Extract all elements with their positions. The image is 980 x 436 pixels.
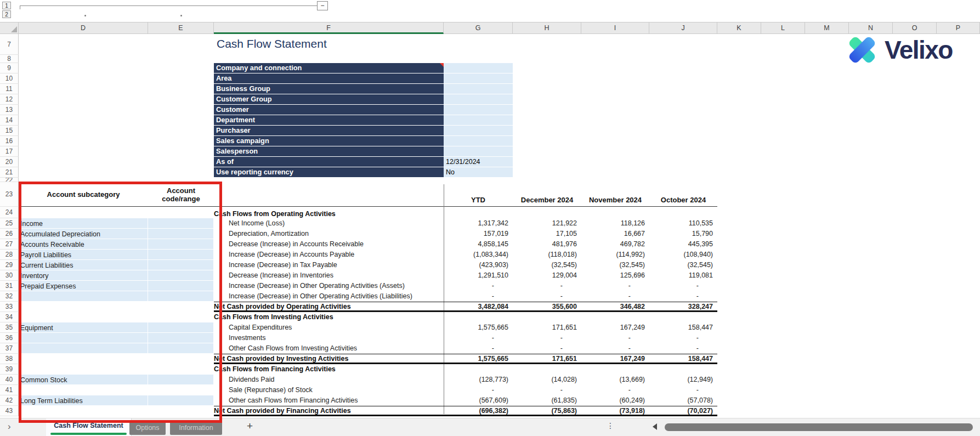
account-code-cell[interactable] [148, 239, 214, 250]
scrollbar-drag-handle-icon[interactable]: ⋮ [607, 421, 614, 430]
value-cell-december[interactable]: 17,105 [513, 229, 581, 239]
value-cell-october[interactable]: 158,447 [649, 322, 717, 333]
reporting-currency-value-cell[interactable]: No [444, 167, 513, 178]
column-header-november-2024[interactable]: November 2024 [581, 182, 649, 207]
as-of-value-cell[interactable]: 12/31/2024 [444, 157, 513, 167]
row-header[interactable]: 12 [0, 94, 19, 105]
account-subcategory-cell[interactable]: Income [19, 218, 148, 229]
account-subcategory-header[interactable]: Account subcategory [19, 182, 148, 207]
value-cell-december[interactable]: - [513, 281, 581, 291]
value-cell-december[interactable]: (32,545) [513, 260, 581, 270]
tab-options[interactable]: Options [129, 421, 166, 435]
account-code-cell[interactable] [148, 218, 214, 229]
value-cell-december[interactable]: 129,004 [513, 270, 581, 281]
statement-label-cell[interactable]: Net Cash provided by Financing Activitie… [214, 406, 444, 416]
row-header[interactable]: 11 [0, 84, 19, 94]
value-cell-november[interactable]: - [581, 291, 649, 302]
value-cell-october[interactable]: 158,447 [649, 354, 717, 364]
value-cell-ytd[interactable]: 1,291,510 [444, 270, 513, 281]
account-subcategory-cell[interactable] [19, 312, 148, 322]
value-cell-ytd[interactable]: - [444, 343, 513, 354]
value-cell-december[interactable]: - [513, 333, 581, 343]
outline-collapse-button[interactable]: − [317, 1, 328, 10]
as-of-label-cell[interactable]: As of [214, 157, 444, 167]
value-cell-november[interactable]: - [581, 385, 649, 395]
value-cell-november[interactable]: (114,992) [581, 250, 649, 260]
column-header[interactable]: H [513, 22, 581, 34]
filter-label-cell[interactable]: Customer [214, 105, 444, 115]
column-header-december-2024[interactable]: December 2024 [513, 182, 581, 207]
tab-information[interactable]: Information [170, 421, 222, 435]
value-cell-november[interactable]: (60,249) [581, 395, 649, 406]
account-subcategory-cell[interactable] [19, 385, 148, 395]
account-code-cell[interactable] [148, 302, 214, 312]
filter-label-cell[interactable]: Department [214, 115, 444, 126]
account-code-cell[interactable] [148, 229, 214, 239]
account-code-cell[interactable] [148, 270, 214, 281]
value-cell-ytd[interactable]: - [444, 385, 513, 395]
value-cell-ytd[interactable] [444, 312, 513, 322]
account-code-cell[interactable] [148, 395, 214, 406]
statement-label-cell[interactable]: Increase (Decrease) in Other Operating A… [214, 281, 444, 291]
account-subcategory-cell[interactable] [19, 354, 148, 364]
column-header[interactable]: P [937, 22, 980, 34]
statement-label-cell[interactable]: Cash Flows from Investing Activities [214, 312, 444, 322]
value-cell-december[interactable]: - [513, 343, 581, 354]
value-cell-november[interactable]: (32,545) [581, 260, 649, 270]
filter-value-cell[interactable] [444, 105, 513, 115]
value-cell-october[interactable] [649, 364, 717, 375]
value-cell-october[interactable]: (70,027) [649, 406, 717, 416]
row-header[interactable]: 21 [0, 167, 19, 178]
value-cell-october[interactable]: 15,790 [649, 229, 717, 239]
account-subcategory-cell[interactable] [19, 207, 148, 218]
value-cell-november[interactable]: - [581, 343, 649, 354]
statement-label-cell[interactable]: Decrease (Increase) in Accounts Receivab… [214, 239, 444, 250]
value-cell-november[interactable]: (73,918) [581, 406, 649, 416]
value-cell-ytd[interactable]: 1,575,665 [444, 354, 513, 364]
statement-label-cell[interactable]: Investments [214, 333, 444, 343]
account-subcategory-cell[interactable] [19, 343, 148, 354]
filter-value-cell[interactable] [444, 126, 513, 136]
column-header[interactable]: I [581, 22, 649, 34]
statement-label-cell[interactable]: Depreciation, Amortization [214, 229, 444, 239]
value-cell-december[interactable]: 171,651 [513, 354, 581, 364]
horizontal-scrollbar-thumb[interactable] [665, 423, 973, 431]
tab-cash-flow-statement[interactable]: Cash Flow Statement [46, 418, 132, 436]
account-code-cell[interactable] [148, 406, 214, 416]
account-subcategory-cell[interactable]: Common Stock [19, 375, 148, 385]
value-cell-october[interactable]: - [649, 385, 717, 395]
value-cell-ytd[interactable]: - [444, 291, 513, 302]
value-cell-october[interactable]: 119,081 [649, 270, 717, 281]
statement-label-cell[interactable]: Capital Expenditures [214, 322, 444, 333]
row-header[interactable]: 7 [0, 34, 19, 55]
value-cell-november[interactable]: 167,249 [581, 322, 649, 333]
column-header[interactable]: M [805, 22, 849, 34]
column-header[interactable]: O [893, 22, 937, 34]
add-sheet-button[interactable]: + [247, 420, 253, 432]
value-cell-ytd[interactable]: (423,903) [444, 260, 513, 270]
account-subcategory-cell[interactable] [19, 302, 148, 312]
account-code-cell[interactable] [148, 354, 214, 364]
outline-level-2-button[interactable]: 2 [2, 10, 11, 18]
account-code-cell[interactable] [148, 333, 214, 343]
value-cell-october[interactable] [649, 312, 717, 322]
statement-label-cell[interactable]: Net Cash provided by Investing Activitie… [214, 354, 444, 364]
account-code-cell[interactable] [148, 291, 214, 302]
value-cell-ytd[interactable]: (128,773) [444, 375, 513, 385]
account-code-cell[interactable] [148, 207, 214, 218]
value-cell-ytd[interactable] [444, 207, 513, 218]
statement-label-cell[interactable]: Net Income (Loss) [214, 218, 444, 229]
value-cell-october[interactable]: (12,949) [649, 375, 717, 385]
account-code-cell[interactable] [148, 375, 214, 385]
value-cell-december[interactable]: (118,018) [513, 250, 581, 260]
filter-value-cell[interactable] [444, 73, 513, 84]
value-cell-december[interactable]: (75,863) [513, 406, 581, 416]
column-header[interactable]: L [761, 22, 805, 34]
account-subcategory-cell[interactable] [19, 291, 148, 302]
column-header[interactable]: J [649, 22, 717, 34]
value-cell-october[interactable]: (57,078) [649, 395, 717, 406]
account-code-cell[interactable] [148, 322, 214, 333]
account-subcategory-cell[interactable]: Equipment [19, 322, 148, 333]
row-header[interactable]: 20 [0, 157, 19, 167]
filter-value-cell[interactable] [444, 94, 513, 105]
